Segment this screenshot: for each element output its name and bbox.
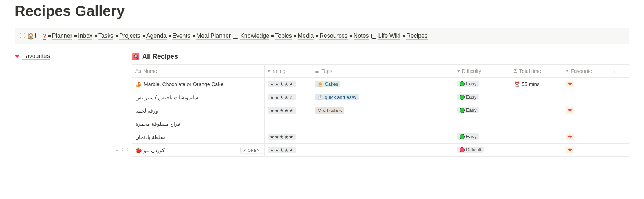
table-row[interactable]: سلطة باذنجان★★★★★Easy❤: [132, 130, 629, 144]
nav-label: Agenda: [146, 33, 167, 40]
nav-item[interactable]: Life Wiki: [371, 33, 400, 40]
row-name: كوردن بلو: [144, 147, 165, 153]
difficulty-pill[interactable]: Easy: [457, 107, 479, 113]
nav-item[interactable]: Agenda: [143, 33, 167, 40]
tag-pill[interactable]: ⏱️quick and easy: [315, 94, 359, 100]
difficulty-pill[interactable]: Easy: [457, 81, 479, 87]
total-time-value: 55 mins: [522, 81, 539, 87]
table-row[interactable]: ساندوتشات ناجتس / ستريبس★★★★☆⏱️quick and…: [132, 91, 629, 104]
heart-icon: ❤: [568, 81, 572, 87]
rating-value[interactable]: ★★★★★: [268, 107, 296, 114]
column-header-total-time[interactable]: ΣTotal time: [511, 65, 563, 78]
sidebar-favourites-link[interactable]: ❤ Favourites: [15, 53, 50, 60]
box-icon: [233, 34, 238, 39]
table-row[interactable]: ورقة لحمة★★★★★Meat cubes Easy❤: [132, 104, 629, 117]
nav-item[interactable]: Knowledge: [233, 33, 269, 40]
drag-handle-icon[interactable]: ⋮⋮: [120, 147, 130, 153]
nav-item[interactable]: Projects: [116, 33, 140, 40]
nav-label: Events: [172, 33, 190, 40]
select-property-icon: ▾: [268, 68, 270, 74]
tag-label: Meat cubes: [317, 108, 342, 113]
row-emoji-icon: 🍰: [135, 81, 142, 87]
rating-value[interactable]: ★★★★★: [268, 134, 296, 140]
nav-item[interactable]: Media: [294, 33, 314, 40]
view-header[interactable]: 🍳 All Recipes: [132, 53, 629, 60]
difficulty-pill[interactable]: Easy: [457, 94, 479, 100]
difficulty-label: Easy: [466, 107, 477, 113]
bullet-icon: [169, 35, 171, 37]
row-name: ساندوتشات ناجتس / ستريبس: [135, 95, 198, 100]
bullet-icon: [116, 35, 118, 37]
column-header-tags[interactable]: ≣Tags: [312, 65, 454, 78]
heart-icon: ❤: [568, 108, 572, 113]
nav-item[interactable]: Meal Planner: [193, 33, 231, 40]
add-column-button[interactable]: +: [610, 65, 629, 78]
nav-item[interactable]: Inbox: [74, 33, 92, 40]
nav-item[interactable]: Tasks: [95, 33, 113, 40]
favourite-pill[interactable]: ❤: [566, 107, 574, 114]
tag-pill[interactable]: Meat cubes: [315, 107, 344, 114]
text-property-icon: Aa: [135, 68, 141, 74]
difficulty-label: Difficult: [466, 147, 482, 152]
select-property-icon: ▾: [457, 68, 460, 74]
nav-question[interactable]: ?: [43, 33, 46, 40]
column-header-favourite[interactable]: ▾Favourite: [563, 65, 610, 78]
difficulty-pill[interactable]: Difficult: [457, 147, 484, 153]
tag-pill[interactable]: 🎂Cakes: [315, 81, 340, 87]
main-content: 🍳 All Recipes AaName ▾rating ≣Tags: [132, 53, 629, 157]
column-label: Tags: [321, 68, 332, 74]
page-nav-bar: 🏠 ?PlannerInboxTasksProjectsAgendaEvents…: [15, 28, 629, 44]
row-name: ورقة لحمة: [135, 108, 158, 114]
column-label: Difficulty: [462, 68, 482, 74]
table-row[interactable]: 🍰Marble, Chocolate or Orange Cake★★★★★🎂C…: [132, 78, 629, 91]
heart-icon: ❤: [568, 134, 572, 140]
column-header-difficulty[interactable]: ▾Difficulty: [454, 65, 511, 78]
nav-item[interactable]: Notes: [350, 33, 369, 40]
column-label: Favourite: [571, 68, 592, 74]
bullet-icon: [403, 35, 405, 37]
bullet-icon: [48, 35, 51, 37]
rating-value[interactable]: ★★★★★: [268, 147, 296, 153]
column-header-name[interactable]: AaName: [132, 65, 265, 78]
nav-label: Media: [298, 33, 314, 40]
open-page-button[interactable]: ⤢OPEN: [240, 147, 263, 154]
difficulty-label: Easy: [466, 81, 477, 86]
favourite-pill[interactable]: ❤: [566, 134, 574, 140]
column-label: Total time: [519, 68, 541, 74]
add-row-icon[interactable]: +: [116, 147, 118, 153]
box-icon: [20, 33, 25, 38]
favourite-pill[interactable]: ❤: [566, 81, 574, 87]
table-row[interactable]: فراخ مسلوقة محمرة: [132, 117, 629, 130]
recipes-table: AaName ▾rating ≣Tags ▾Difficulty ΣTotal …: [132, 64, 629, 157]
difficulty-label: Easy: [466, 94, 477, 100]
view-gallery-icon: 🍳: [132, 53, 139, 60]
favourite-pill[interactable]: ❤: [566, 147, 574, 153]
column-label: rating: [272, 68, 285, 74]
rating-value[interactable]: ★★★★☆: [268, 94, 296, 100]
column-header-rating[interactable]: ▾rating: [265, 65, 312, 78]
bullet-icon: [350, 35, 352, 37]
difficulty-pill[interactable]: Easy: [457, 133, 479, 140]
nav-label: Life Wiki: [378, 33, 400, 40]
formula-property-icon: Σ: [514, 68, 517, 74]
nav-label: Knowledge: [240, 33, 269, 40]
rating-value[interactable]: ★★★★★: [268, 81, 296, 87]
nav-item[interactable]: Topics: [271, 33, 292, 40]
row-emoji-icon: 🍅: [135, 147, 142, 153]
select-property-icon: ▾: [566, 68, 568, 74]
tag-label: quick and easy: [325, 95, 356, 100]
nav-item[interactable]: Planner: [48, 33, 72, 40]
nav-item[interactable]: Events: [169, 33, 190, 40]
difficulty-dot-icon: [460, 81, 465, 86]
tag-emoji-icon: 🎂: [317, 81, 323, 87]
difficulty-dot-icon: [460, 108, 465, 113]
nav-item[interactable]: Recipes: [403, 33, 428, 40]
home-icon[interactable]: 🏠: [27, 33, 34, 39]
difficulty-dot-icon: [460, 134, 465, 139]
table-row[interactable]: +⋮⋮🍅كوردن بلو⤢OPEN★★★★★Difficult❤: [132, 144, 629, 157]
difficulty-label: Easy: [466, 134, 477, 139]
box-icon: [371, 34, 376, 39]
bullet-icon: [271, 35, 274, 37]
nav-item[interactable]: Resources: [316, 33, 347, 40]
sidebar-favourites-label: Favourites: [22, 53, 50, 60]
